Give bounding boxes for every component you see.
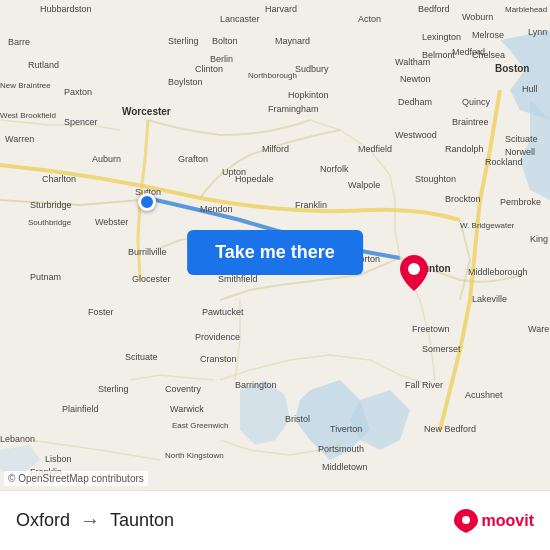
svg-text:Paxton: Paxton bbox=[64, 87, 92, 97]
svg-text:Bristol: Bristol bbox=[285, 414, 310, 424]
svg-text:Webster: Webster bbox=[95, 217, 128, 227]
svg-text:Barrington: Barrington bbox=[235, 380, 277, 390]
svg-text:Norfolk: Norfolk bbox=[320, 164, 349, 174]
svg-text:Franklin: Franklin bbox=[295, 200, 327, 210]
destination-marker bbox=[400, 255, 428, 295]
bottom-bar: Oxford → Taunton moovit bbox=[0, 490, 550, 550]
arrow-icon: → bbox=[80, 509, 100, 532]
origin-marker bbox=[138, 193, 156, 211]
svg-text:Marblehead: Marblehead bbox=[505, 5, 547, 14]
svg-text:Pembroke: Pembroke bbox=[500, 197, 541, 207]
svg-text:Fall River: Fall River bbox=[405, 380, 443, 390]
svg-text:Somerset: Somerset bbox=[422, 344, 461, 354]
svg-text:Charlton: Charlton bbox=[42, 174, 76, 184]
svg-text:Rutland: Rutland bbox=[28, 60, 59, 70]
svg-text:Lynn: Lynn bbox=[528, 27, 547, 37]
svg-text:Hubbardston: Hubbardston bbox=[40, 4, 92, 14]
svg-text:Tiverton: Tiverton bbox=[330, 424, 362, 434]
svg-text:Randolph: Randolph bbox=[445, 144, 484, 154]
svg-text:Freetown: Freetown bbox=[412, 324, 450, 334]
svg-text:Portsmouth: Portsmouth bbox=[318, 444, 364, 454]
svg-text:Lancaster: Lancaster bbox=[220, 14, 260, 24]
moovit-text: moovit bbox=[482, 512, 534, 530]
svg-text:Smithfield: Smithfield bbox=[218, 274, 258, 284]
svg-text:Middletown: Middletown bbox=[322, 462, 368, 472]
map-container: Hubbardston Harvard Acton Bedford Woburn… bbox=[0, 0, 550, 490]
svg-text:Sudbury: Sudbury bbox=[295, 64, 329, 74]
svg-text:Stoughton: Stoughton bbox=[415, 174, 456, 184]
svg-text:Walpole: Walpole bbox=[348, 180, 380, 190]
svg-text:Hopkinton: Hopkinton bbox=[288, 90, 329, 100]
svg-text:Spencer: Spencer bbox=[64, 117, 98, 127]
svg-text:Lakeville: Lakeville bbox=[472, 294, 507, 304]
svg-text:Medfield: Medfield bbox=[358, 144, 392, 154]
svg-text:Lebanon: Lebanon bbox=[0, 434, 35, 444]
svg-text:New Braintree: New Braintree bbox=[0, 81, 51, 90]
svg-text:Auburn: Auburn bbox=[92, 154, 121, 164]
svg-text:Melrose: Melrose bbox=[472, 30, 504, 40]
svg-text:Grafton: Grafton bbox=[178, 154, 208, 164]
svg-text:Putnam: Putnam bbox=[30, 272, 61, 282]
svg-text:Hull: Hull bbox=[522, 84, 538, 94]
take-me-there-button[interactable]: Take me there bbox=[187, 230, 363, 275]
svg-text:Newton: Newton bbox=[400, 74, 431, 84]
svg-text:King: King bbox=[530, 234, 548, 244]
svg-text:Boylston: Boylston bbox=[168, 77, 203, 87]
svg-text:Belmont: Belmont bbox=[422, 50, 456, 60]
moovit-logo: moovit bbox=[454, 509, 534, 533]
svg-text:Dedham: Dedham bbox=[398, 97, 432, 107]
svg-text:Milford: Milford bbox=[262, 144, 289, 154]
svg-text:Brockton: Brockton bbox=[445, 194, 481, 204]
svg-text:Norwell: Norwell bbox=[505, 147, 535, 157]
svg-text:Foster: Foster bbox=[88, 307, 114, 317]
svg-text:Warren: Warren bbox=[5, 134, 34, 144]
svg-text:Rockland: Rockland bbox=[485, 157, 523, 167]
svg-text:New Bedford: New Bedford bbox=[424, 424, 476, 434]
svg-text:Westwood: Westwood bbox=[395, 130, 437, 140]
svg-text:Bedford: Bedford bbox=[418, 4, 450, 14]
svg-text:Southbridge: Southbridge bbox=[28, 218, 72, 227]
svg-text:Barre: Barre bbox=[8, 37, 30, 47]
svg-text:Chelsea: Chelsea bbox=[472, 50, 505, 60]
svg-text:Sterling: Sterling bbox=[98, 384, 129, 394]
moovit-pin-icon bbox=[454, 509, 478, 533]
svg-text:Glocester: Glocester bbox=[132, 274, 171, 284]
svg-text:Mendon: Mendon bbox=[200, 204, 233, 214]
svg-text:Framingham: Framingham bbox=[268, 104, 319, 114]
svg-text:Cranston: Cranston bbox=[200, 354, 237, 364]
svg-text:West Brookfield: West Brookfield bbox=[0, 111, 56, 120]
svg-text:Acton: Acton bbox=[358, 14, 381, 24]
svg-text:Harvard: Harvard bbox=[265, 4, 297, 14]
svg-text:Bolton: Bolton bbox=[212, 36, 238, 46]
route-info: Oxford → Taunton bbox=[16, 509, 174, 532]
svg-text:Maynard: Maynard bbox=[275, 36, 310, 46]
svg-text:Warwick: Warwick bbox=[170, 404, 204, 414]
svg-text:North Kingstown: North Kingstown bbox=[165, 451, 224, 460]
svg-text:Lexington: Lexington bbox=[422, 32, 461, 42]
svg-text:Sterling: Sterling bbox=[168, 36, 199, 46]
svg-text:Braintree: Braintree bbox=[452, 117, 489, 127]
svg-text:Coventry: Coventry bbox=[165, 384, 202, 394]
svg-text:Scituate: Scituate bbox=[505, 134, 538, 144]
svg-text:Hopedale: Hopedale bbox=[235, 174, 274, 184]
svg-text:Middleborough: Middleborough bbox=[468, 267, 528, 277]
svg-text:Worcester: Worcester bbox=[122, 106, 171, 117]
svg-text:Acushnet: Acushnet bbox=[465, 390, 503, 400]
map-attribution: © OpenStreetMap contributors bbox=[4, 471, 148, 486]
svg-text:Burrillville: Burrillville bbox=[128, 247, 167, 257]
svg-text:W. Bridgewater: W. Bridgewater bbox=[460, 221, 515, 230]
svg-text:Berlin: Berlin bbox=[210, 54, 233, 64]
svg-text:Lisbon: Lisbon bbox=[45, 454, 72, 464]
origin-label: Oxford bbox=[16, 510, 70, 531]
svg-text:Providence: Providence bbox=[195, 332, 240, 342]
svg-text:East Greenwich: East Greenwich bbox=[172, 421, 228, 430]
svg-text:Sturbridge: Sturbridge bbox=[30, 200, 72, 210]
svg-text:Quincy: Quincy bbox=[462, 97, 491, 107]
svg-text:Clinton: Clinton bbox=[195, 64, 223, 74]
svg-text:Northborough: Northborough bbox=[248, 71, 297, 80]
svg-point-99 bbox=[408, 263, 420, 275]
svg-text:Woburn: Woburn bbox=[462, 12, 493, 22]
svg-text:Plainfield: Plainfield bbox=[62, 404, 99, 414]
destination-label: Taunton bbox=[110, 510, 174, 531]
svg-text:Boston: Boston bbox=[495, 63, 529, 74]
